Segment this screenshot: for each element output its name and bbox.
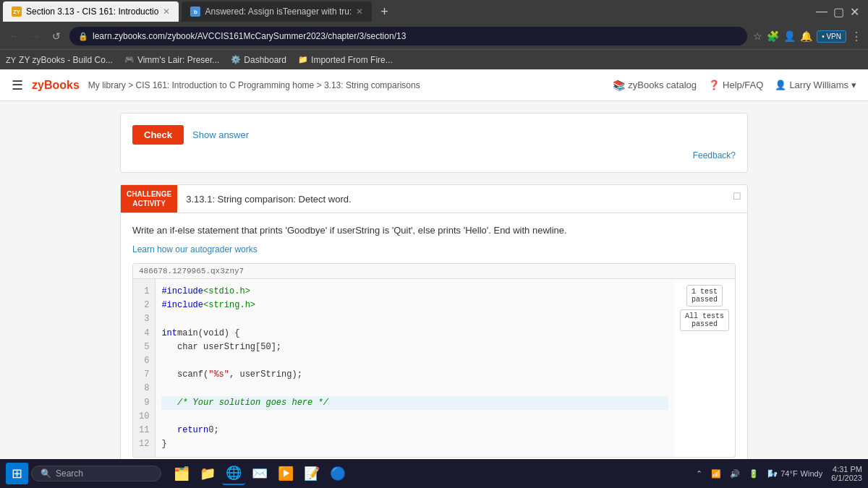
tab-inactive-icon: b [190,7,200,17]
window-controls: — ▢ ✕ [816,5,865,19]
taskbar-search[interactable]: 🔍 Search [31,466,161,481]
tab-active[interactable]: ZY Section 3.13 - CIS 161: Introductio ✕ [3,1,179,22]
lock-icon: 🔒 [78,32,88,41]
weather-temp: 74°F [780,469,797,478]
vpn-badge: • VPN [817,30,846,43]
tab-inactive[interactable]: b Answered: Assign isTeenager with tru: … [182,1,372,22]
browser-chrome: ZY Section 3.13 - CIS 161: Introductio ✕… [0,0,868,69]
new-tab-btn[interactable]: + [375,4,394,20]
code-text-1[interactable]: #include <stdio.h> #include <string.h> i… [156,279,674,457]
help-btn[interactable]: ❓ Help/FAQ [708,80,763,90]
tray-up-icon[interactable]: ⌃ [696,469,702,479]
tab-bar: ZY Section 3.13 - CIS 161: Introductio ✕… [0,0,868,23]
code-toolbar-1: 486678.1279965.qx3zny7 [133,264,735,279]
challenge-label-1: CHALLENGE ACTIVITY [121,185,177,213]
challenge-bookmark-1[interactable]: ☐ [727,185,747,213]
taskbar-chrome-icon[interactable]: 🔵 [326,462,349,485]
tab-close-btn[interactable]: ✕ [163,7,170,17]
test-all-badge: All tests passed [680,309,729,331]
minimize-icon[interactable]: — [816,5,827,19]
challenge-label-line2: ACTIVITY [127,199,171,208]
url-bar[interactable]: 🔒 learn.zybooks.com/zybook/AVCCIS161McCa… [69,27,747,46]
back-btn[interactable]: ← [6,27,22,45]
code-line-11: return 0; [161,424,668,437]
challenge-desc-1: Write an if-else statement that prints '… [132,225,736,236]
breadcrumb: My library > CIS 161: Introduction to C … [88,80,605,90]
test1-line2: passed [692,296,718,304]
test-all-line2: passed [685,320,724,328]
zybooks-header: ☰ zyBooks My library > CIS 161: Introduc… [0,69,868,101]
address-actions: ☆ 🧩 👤 🔔 • VPN ⋮ [753,30,862,43]
bookmark-imported[interactable]: 📁 Imported From Fire... [298,55,393,65]
code-line-12: } [161,437,668,451]
profile-icon[interactable]: 👤 [783,30,796,42]
help-icon: ❓ [708,80,720,90]
check-button[interactable]: Check [132,125,184,145]
test-indicators-1: 1 test passed All tests passed [674,279,735,457]
help-label: Help/FAQ [723,80,763,90]
taskbar-word-icon[interactable]: 📝 [300,462,323,485]
bookmark-dashboard-icon: ⚙️ [231,55,241,64]
code-toolbar-id: 486678.1279965.qx3zny7 [139,267,244,275]
bookmark-vimm[interactable]: 🎮 Vimm's Lair: Preser... [124,55,219,65]
bookmark-vimm-icon: 🎮 [124,55,135,64]
code-area-1: 123456 789101112 #include <stdio.h> #inc… [133,279,735,457]
code-line-5: char userString[50]; [161,341,668,354]
taskbar-browser-icon[interactable]: 🌐 [222,462,245,485]
catalog-icon: 📚 [613,80,625,91]
reload-btn[interactable]: ↺ [49,27,64,45]
bookmark-zy[interactable]: ZY ZY zyBooks - Build Co... [6,55,113,65]
search-icon: 🔍 [41,468,51,479]
hamburger-menu[interactable]: ☰ [12,77,23,93]
bookmark-zy-icon: ZY [6,56,16,64]
tab2-close-btn[interactable]: ✕ [356,7,363,17]
zybooks-logo: zyBooks [32,79,80,92]
volume-icon[interactable]: 🔊 [730,469,740,479]
bookmark-imported-icon: 📁 [298,55,308,64]
taskbar-mail-icon[interactable]: ✉️ [248,462,271,485]
challenge-title-1: 3.13.1: String comparison: Detect word. [177,185,727,213]
clock[interactable]: 4:31 PM 6/1/2023 [831,465,862,482]
feedback-link-top[interactable]: Feedback? [132,150,736,160]
challenge-body-1: Write an if-else statement that prints '… [121,213,747,488]
bookmarks-bar: ZY ZY zyBooks - Build Co... 🎮 Vimm's Lai… [0,49,868,69]
header-actions: 📚 zyBooks catalog ❓ Help/FAQ 👤 Larry Wil… [613,80,856,91]
test-all-line1: All tests [685,312,724,320]
line-numbers-1: 123456 789101112 [133,279,156,457]
start-button[interactable]: ⊞ [6,463,28,484]
taskbar-widgets-icon[interactable]: 🗂️ [170,462,193,485]
challenge-header-1: CHALLENGE ACTIVITY 3.13.1: String compar… [121,185,747,213]
autograder-link-1[interactable]: Learn how our autograder works [132,244,736,254]
network-icon[interactable]: 📶 [711,469,721,479]
catalog-btn[interactable]: 📚 zyBooks catalog [613,80,697,91]
taskbar-explorer-icon[interactable]: 📁 [196,462,219,485]
bookmark-star-icon[interactable]: ☆ [753,30,762,42]
bookmark-dashboard[interactable]: ⚙️ Dashboard [231,55,286,65]
code-line-3 [161,312,668,326]
extensions-icon[interactable]: 🧩 [767,30,779,42]
browser-menu-icon[interactable]: ⋮ [851,30,862,43]
test1-line1: 1 test [692,288,718,296]
maximize-icon[interactable]: ▢ [833,5,844,19]
notification-icon[interactable]: 🔔 [800,30,812,42]
user-icon: 👤 [775,80,786,90]
close-window-icon[interactable]: ✕ [850,5,859,19]
code-line-9: /* Your solution goes here */ [161,396,668,410]
show-answer-button[interactable]: Show answer [192,129,249,140]
url-text: learn.zybooks.com/zybook/AVCCIS161McCary… [93,31,406,41]
code-line-1: #include <stdio.h> [161,285,668,299]
code-line-6 [161,354,668,368]
address-bar: ← → ↺ 🔒 learn.zybooks.com/zybook/AVCCIS1… [0,23,868,49]
code-line-4: int main(void) { [161,327,668,341]
forward-btn[interactable]: → [27,27,43,45]
test1-badge: 1 test passed [686,285,723,307]
check-section: Check Show answer Feedback? [120,113,748,173]
challenge-label-line1: CHALLENGE [127,189,171,199]
weather-desc: Windy [801,469,823,478]
user-menu[interactable]: 👤 Larry Williams ▾ [775,80,856,90]
tab-inactive-label: Answered: Assign isTeenager with tru: [205,7,352,17]
taskbar-media-icon[interactable]: ▶️ [274,462,297,485]
battery-icon[interactable]: 🔋 [749,469,759,479]
dropdown-chevron-icon: ▾ [851,80,856,90]
content-inner: Check Show answer Feedback? CHALLENGE AC… [109,101,760,488]
